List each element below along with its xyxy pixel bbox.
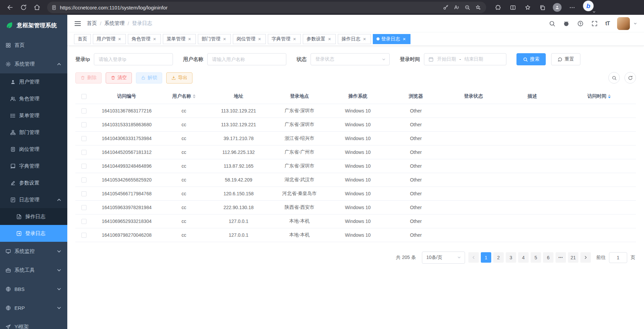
reset-button[interactable]: 重置 [551,53,580,65]
end-date-placeholder[interactable]: 结束日期 [464,56,483,62]
row-checkbox[interactable] [81,150,86,155]
close-icon[interactable]: × [152,36,157,41]
password-key-icon[interactable] [440,2,451,12]
prev-page-button[interactable] [468,252,479,263]
tab-role-management[interactable]: 角色管理× [128,34,161,44]
sidebar-item-system-tools[interactable]: 系统工具 [0,261,67,279]
tab-post-management[interactable]: 岗位管理× [233,34,266,44]
col-access-time[interactable]: 访问时间 [562,89,636,104]
favorite-star-icon[interactable] [473,2,484,12]
page-button-21[interactable]: 21 [568,252,578,263]
close-icon[interactable]: × [222,36,227,41]
sort-icon[interactable] [193,93,195,100]
address-bar[interactable]: https://ccnetcore.com:1101/system/log/lo… [47,2,486,13]
status-select[interactable]: 登录状态 [311,53,390,65]
sidebar-item-menu-management[interactable]: 菜单管理 [0,107,67,124]
sidebar-item-system-management[interactable]: 系统管理 [0,55,67,73]
start-date-placeholder[interactable]: 开始日期 [437,56,456,62]
sidebar-item-dict-management[interactable]: 字典管理 [0,158,67,174]
sidebar-item-role-management[interactable]: 角色管理 [0,90,67,107]
tab-home[interactable]: 首页 [74,34,91,44]
tab-dept-management[interactable]: 部门管理× [198,34,231,44]
date-range-picker[interactable]: 开始日期 - 结束日期 [424,53,506,65]
back-button[interactable] [4,1,16,13]
sidebar-item-post-management[interactable]: 岗位管理 [0,141,67,158]
close-icon[interactable]: × [362,36,367,41]
sidebar-item-yi-framework[interactable]: Yi框架 [0,317,67,329]
goto-page-input[interactable] [609,252,627,263]
page-button-3[interactable]: 3 [506,252,516,263]
sidebar-item-home[interactable]: 首页 [0,36,67,55]
sort-icon[interactable] [608,93,611,100]
page-button-6[interactable]: 6 [543,252,553,263]
tab-menu-management[interactable]: 菜单管理× [163,34,196,44]
tab-user-management[interactable]: 用户管理× [93,34,126,44]
more-pages-button[interactable]: ••• [556,252,566,263]
favorites-bar-icon[interactable] [522,2,533,13]
home-button[interactable] [31,1,43,13]
unlock-button[interactable]: 解锁 [136,72,162,84]
user-avatar[interactable] [617,17,630,30]
extensions-icon[interactable] [492,2,504,13]
tab-param-settings[interactable]: 参数设置× [303,34,336,44]
select-all-checkbox[interactable] [81,94,86,99]
row-checkbox[interactable] [81,233,86,238]
collections-icon[interactable] [537,2,548,13]
close-icon[interactable]: × [292,36,297,41]
browser-menu-icon[interactable] [566,2,578,13]
clear-button[interactable]: 清空 [106,72,132,84]
username-input[interactable] [207,53,286,65]
page-button-2[interactable]: 2 [493,252,504,263]
sidebar-item-login-log[interactable]: 登录日志 [0,225,67,242]
zoom-out-icon[interactable] [462,2,473,12]
browser-profile-avatar[interactable] [551,2,563,13]
tab-dict-management[interactable]: 字典管理× [268,34,301,44]
help-icon[interactable] [577,20,584,27]
page-button-4[interactable]: 4 [518,252,529,263]
row-checkbox[interactable] [81,205,86,210]
col-username[interactable]: 用户名称 [161,89,207,104]
fullscreen-icon[interactable] [591,20,598,27]
next-page-button[interactable] [580,252,591,263]
page-button-5[interactable]: 5 [531,252,541,263]
export-button[interactable]: 导出 [166,72,192,84]
row-checkbox[interactable] [81,122,86,127]
sidebar-item-param-settings[interactable]: 参数设置 [0,174,67,191]
search-button[interactable]: 搜索 [516,53,546,65]
delete-button[interactable]: 删除 [75,72,102,84]
row-checkbox[interactable] [81,108,86,113]
sidebar-item-bbs[interactable]: BBS [0,279,67,298]
sidebar-toggle-icon[interactable] [74,20,81,27]
read-aloud-icon[interactable] [451,2,462,12]
close-icon[interactable]: × [257,36,262,41]
header-search-icon[interactable] [549,20,556,27]
close-icon[interactable]: × [187,36,192,41]
tab-operation-log[interactable]: 操作日志× [338,34,371,44]
tab-login-log[interactable]: 登录日志× [373,34,410,44]
sidebar-item-operation-log[interactable]: 操作日志 [0,208,67,225]
sidebar-item-dept-management[interactable]: 部门管理 [0,124,67,141]
font-size-icon[interactable]: tT [605,21,610,27]
row-checkbox[interactable] [81,177,86,183]
sidebar-item-system-monitor[interactable]: 系统监控 [0,242,67,261]
close-icon[interactable]: × [117,36,122,41]
bing-icon[interactable]: b [583,1,594,11]
sidebar-item-erp[interactable]: ERP [0,298,67,317]
page-size-select[interactable]: 10条/页 [422,252,465,264]
page-button-1[interactable]: 1 [481,252,491,263]
sidebar-item-log-management[interactable]: 日志管理 [0,191,67,208]
row-checkbox[interactable] [81,219,86,224]
row-checkbox[interactable] [81,136,86,141]
github-icon[interactable] [563,20,570,27]
row-checkbox[interactable] [81,164,86,169]
split-screen-icon[interactable] [507,2,518,13]
bing-sidebar-button[interactable]: b [583,1,595,14]
breadcrumb-section[interactable]: 系统管理 [104,20,124,27]
refresh-table-button[interactable] [624,72,636,84]
row-checkbox[interactable] [81,191,86,196]
sidebar-item-user-management[interactable]: 用户管理 [0,73,67,90]
close-icon[interactable]: × [327,36,332,41]
login-ip-input[interactable] [94,53,173,65]
breadcrumb-home[interactable]: 首页 [87,20,97,27]
site-info-icon[interactable] [51,5,57,10]
